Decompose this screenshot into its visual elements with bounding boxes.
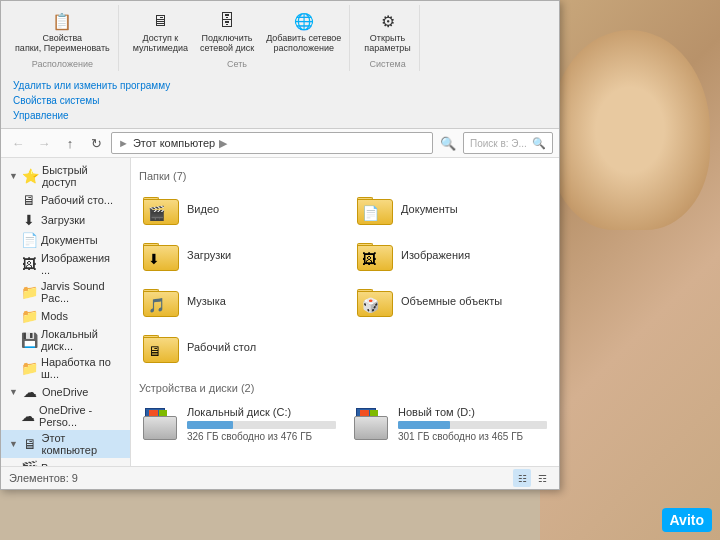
ribbon-group-network: 🖥 Доступ кмультимедиа 🗄 Подключитьсетево… <box>125 5 351 71</box>
documents-icon: 📄 <box>21 232 37 248</box>
nav-forward-button[interactable]: → <box>33 132 55 154</box>
folder-icon-music: 🎵 <box>143 285 179 317</box>
ribbon-btn-add-network[interactable]: 🌐 Добавить сетевоерасположение <box>262 7 345 55</box>
drive-item-d[interactable]: Новый том (D:) 301 ГБ свободно из 465 ГБ <box>350 402 551 446</box>
sidebar-item-local-disk[interactable]: 💾 Локальный диск... <box>1 326 130 354</box>
nav-arrow: ► <box>118 137 129 149</box>
quick-access-icon: ⭐ <box>22 168 38 184</box>
onedrive-icon: ☁ <box>22 384 38 400</box>
nav-up-button[interactable]: ↑ <box>59 132 81 154</box>
file-list: Папки (7) 🎬 Видео <box>131 158 559 466</box>
folder-overlay-images: 🖼 <box>362 251 376 267</box>
sidebar-item-jarvis[interactable]: 📁 Jarvis Sound Pac... <box>1 278 130 306</box>
folder-item-video[interactable]: 🎬 Видео <box>139 190 337 228</box>
ribbon-link-uninstall-label: Удалить или изменить программу <box>13 80 170 91</box>
sidebar-item-documents[interactable]: 📄 Документы <box>1 230 130 250</box>
folders-section-header: Папки (7) <box>139 170 551 182</box>
develop-label: Наработка по ш... <box>41 356 122 380</box>
ribbon-group-system-label: Система <box>369 59 405 69</box>
status-items-count: Элементов: 9 <box>9 472 78 484</box>
ribbon-btn-multimedia[interactable]: 🖥 Доступ кмультимедиа <box>129 7 192 55</box>
sidebar-item-onedrive-personal[interactable]: ☁ OneDrive - Perso... <box>1 402 130 430</box>
ribbon-btn-open-settings[interactable]: ⚙ Открытьпараметры <box>360 7 414 55</box>
folder-name-images: Изображения <box>401 249 470 261</box>
ribbon-btn-multimedia-label: Доступ кмультимедиа <box>133 33 188 53</box>
ribbon-link-uninstall[interactable]: Удалить или изменить программу <box>11 79 172 92</box>
mods-label: Mods <box>41 310 68 322</box>
address-bar: ← → ↑ ↻ ► Этот компьютер ▶ 🔍 Поиск в: Э.… <box>1 129 559 158</box>
ribbon-link-system-props-label: Свойства системы <box>13 95 99 106</box>
ribbon-btn-network-drive[interactable]: 🗄 Подключитьсетевой диск <box>196 7 258 55</box>
search-icon: 🔍 <box>437 132 459 154</box>
sidebar-item-develop[interactable]: 📁 Наработка по ш... <box>1 354 130 382</box>
this-pc-icon: 🖥 <box>22 436 38 452</box>
downloads-label: Загрузки <box>41 214 85 226</box>
sidebar-item-onedrive[interactable]: ▼ ☁ OneDrive <box>1 382 130 402</box>
ribbon-btn-add-network-label: Добавить сетевоерасположение <box>266 33 341 53</box>
folder-icon-objects3d: 🎲 <box>357 285 393 317</box>
nav-refresh-button[interactable]: ↻ <box>85 132 107 154</box>
local-disk-icon: 💾 <box>21 332 37 348</box>
folder-item-objects3d[interactable]: 🎲 Объемные объекты <box>353 282 551 320</box>
this-pc-label: Этот компьютер <box>42 432 122 456</box>
address-text: Этот компьютер <box>133 137 215 149</box>
settings-icon: ⚙ <box>376 9 400 33</box>
onedrive-label: OneDrive <box>42 386 88 398</box>
jarvis-icon: 📁 <box>21 284 37 300</box>
this-pc-toggle: ▼ <box>9 439 18 449</box>
folder-item-desktop[interactable]: 🖥 Рабочий стол <box>139 328 337 366</box>
background-face <box>550 30 710 230</box>
images-icon: 🖼 <box>21 256 37 272</box>
search-icon-inline: 🔍 <box>532 137 546 150</box>
sidebar-item-mods[interactable]: 📁 Mods <box>1 306 130 326</box>
folder-name-downloads: Загрузки <box>187 249 231 261</box>
jarvis-label: Jarvis Sound Pac... <box>41 280 122 304</box>
ribbon-link-management-label: Управление <box>13 110 69 121</box>
ribbon: 📋 Свойствапапки, Переименовать Расположе… <box>1 1 559 129</box>
ribbon-link-management[interactable]: Управление <box>11 109 172 122</box>
sidebar-item-desktop[interactable]: 🖥 Рабочий сто... <box>1 190 130 210</box>
background-photo <box>540 0 720 540</box>
folder-overlay-video: 🎬 <box>148 205 165 221</box>
images-label: Изображения ... <box>41 252 122 276</box>
folder-item-documents[interactable]: 📄 Документы <box>353 190 551 228</box>
folder-overlay-downloads: ⬇ <box>148 251 160 267</box>
folder-item-images[interactable]: 🖼 Изображения <box>353 236 551 274</box>
documents-label: Документы <box>41 234 98 246</box>
drive-name-d: Новый том (D:) <box>398 406 547 418</box>
drive-free-c: 326 ГБ свободно из 476 ГБ <box>187 431 336 442</box>
search-box[interactable]: Поиск в: Э... 🔍 <box>463 132 553 154</box>
ribbon-btn-properties-label: Свойствапапки, Переименовать <box>15 33 110 53</box>
nav-back-button[interactable]: ← <box>7 132 29 154</box>
ribbon-group-system: ⚙ Открытьпараметры Система <box>356 5 419 71</box>
ribbon-system-links: Удалить или изменить программу Свойства … <box>7 77 176 124</box>
drives-grid: Локальный диск (C:) 326 ГБ свободно из 4… <box>139 402 551 446</box>
desktop-icon: 🖥 <box>21 192 37 208</box>
folders-section-label: Папки (7) <box>139 170 186 182</box>
drive-item-c[interactable]: Локальный диск (C:) 326 ГБ свободно из 4… <box>139 402 340 446</box>
drives-section-label: Устройства и диски (2) <box>139 382 254 394</box>
ribbon-link-system-props[interactable]: Свойства системы <box>11 94 172 107</box>
sidebar-item-images[interactable]: 🖼 Изображения ... <box>1 250 130 278</box>
view-btn-large-icons[interactable]: ☶ <box>533 469 551 487</box>
sidebar-item-pc-video[interactable]: 🎬 Видео <box>1 458 130 466</box>
drive-bar-fill-c <box>187 421 233 429</box>
folder-item-downloads[interactable]: ⬇ Загрузки <box>139 236 337 274</box>
sidebar-item-quick-access[interactable]: ▼ ⭐ Быстрый доступ <box>1 162 130 190</box>
network-drive-icon: 🗄 <box>215 9 239 33</box>
status-bar: Элементов: 9 ☷ ☶ <box>1 466 559 489</box>
view-btn-details[interactable]: ☷ <box>513 469 531 487</box>
sidebar-item-downloads[interactable]: ⬇ Загрузки <box>1 210 130 230</box>
ribbon-btn-properties[interactable]: 📋 Свойствапапки, Переименовать <box>11 7 114 55</box>
onedrive-toggle: ▼ <box>9 387 18 397</box>
folder-icon-images: 🖼 <box>357 239 393 271</box>
ribbon-group-location: 📋 Свойствапапки, Переименовать Расположе… <box>7 5 119 71</box>
multimedia-icon: 🖥 <box>148 9 172 33</box>
folder-icon-desktop: 🖥 <box>143 331 179 363</box>
folder-overlay-desktop: 🖥 <box>148 343 162 359</box>
address-path[interactable]: ► Этот компьютер ▶ <box>111 132 433 154</box>
folder-overlay-documents: 📄 <box>362 205 379 221</box>
folder-item-music[interactable]: 🎵 Музыка <box>139 282 337 320</box>
sidebar-item-this-pc[interactable]: ▼ 🖥 Этот компьютер <box>1 430 130 458</box>
folder-icon-documents: 📄 <box>357 193 393 225</box>
